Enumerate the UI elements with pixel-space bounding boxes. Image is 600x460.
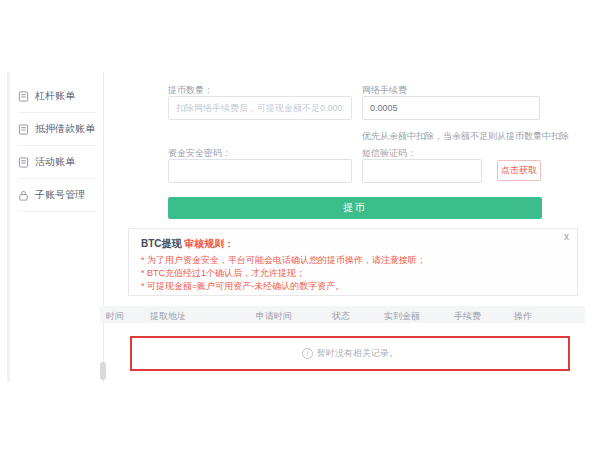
column-header-time: 时间	[106, 310, 124, 323]
security-password-input[interactable]	[168, 159, 352, 183]
empty-records-text: 暂时没有相关记录。	[317, 347, 398, 360]
notice-rule: * 可提现金额=账户可用资产-未经确认的数字资产。	[141, 280, 344, 293]
sidebar-item-activity-bill[interactable]: 活动账单	[18, 146, 96, 179]
close-icon[interactable]: x	[564, 232, 569, 242]
sidebar-item-label: 杠杆账单	[35, 89, 75, 103]
sidebar-content-divider	[103, 72, 104, 383]
sidebar-item-subaccount-management[interactable]: 子账号管理	[18, 179, 96, 212]
notice-title-highlight: 审核规则：	[184, 238, 234, 249]
column-header-fee: 手续费	[454, 310, 481, 323]
withdraw-rules-notice: x BTC提现 审核规则： * 为了用户资金安全，平台可能会电话确认您的提币操作…	[128, 228, 578, 296]
column-header-action: 操作	[514, 310, 532, 323]
bill-icon	[18, 157, 29, 168]
notice-rule: * 为了用户资金安全，平台可能会电话确认您的提币操作，请注意接听；	[141, 254, 426, 267]
left-edge-strip	[7, 72, 10, 382]
sidebar-item-label: 抵押借款账单	[35, 122, 95, 136]
column-header-apply-time: 申请时间	[256, 310, 292, 323]
network-fee-input[interactable]	[362, 96, 540, 120]
empty-records-annotation-box: i 暂时没有相关记录。	[130, 336, 570, 371]
subaccount-lock-icon	[18, 190, 29, 201]
column-header-address: 提取地址	[150, 310, 186, 323]
info-icon: i	[302, 348, 313, 359]
sms-code-input[interactable]	[362, 159, 482, 183]
notice-rule: * BTC充值经过1个确认后，才允许提现；	[141, 267, 305, 280]
get-sms-code-button[interactable]: 点击获取	[497, 160, 541, 181]
sidebar-item-margin-bill[interactable]: 杠杆账单	[18, 80, 96, 113]
column-header-status: 状态	[332, 310, 350, 323]
bill-icon	[18, 124, 29, 135]
records-table-header: 时间 提取地址 申请时间 状态 实到金额 手续费 操作	[100, 306, 585, 323]
column-header-received-amount: 实到金额	[384, 310, 420, 323]
sidebar: 杠杆账单 抵押借款账单 活动账单 子账号管理	[18, 80, 96, 212]
withdraw-submit-button[interactable]: 提币	[168, 197, 542, 219]
fee-deduction-hint: 优先从余额中扣除，当余额不足则从提币数量中扣除	[362, 130, 569, 143]
scrollbar-thumb[interactable]	[100, 362, 106, 380]
notice-title-prefix: BTC提现	[141, 238, 182, 249]
bill-icon	[18, 91, 29, 102]
sidebar-item-label: 子账号管理	[35, 188, 85, 202]
sidebar-item-label: 活动账单	[35, 155, 75, 169]
sidebar-item-collateral-loan-bill[interactable]: 抵押借款账单	[18, 113, 96, 146]
notice-title: BTC提现 审核规则：	[141, 237, 234, 251]
amount-input[interactable]	[168, 96, 352, 120]
btc-withdraw-page: 杠杆账单 抵押借款账单 活动账单 子账号管理 提币数量： 网络手续费 优先从余额…	[0, 0, 600, 460]
